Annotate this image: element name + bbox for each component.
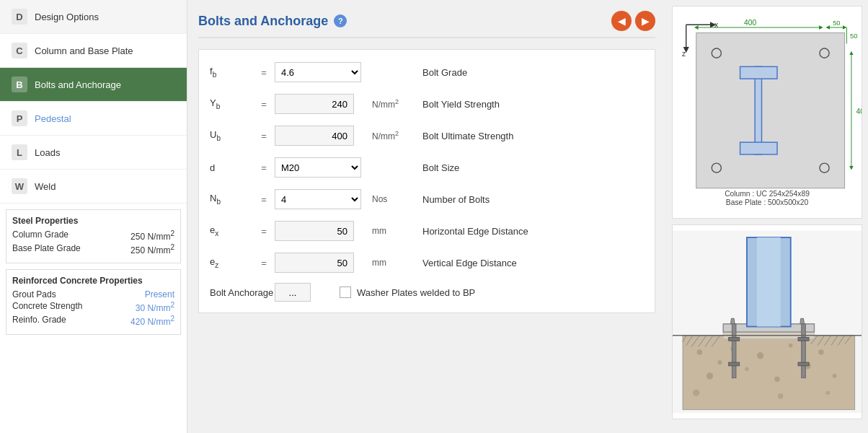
sidebar-item-weld[interactable]: WWeld — [0, 170, 187, 204]
washer-checkbox[interactable] — [340, 287, 351, 298]
ez-input[interactable] — [275, 253, 354, 273]
yb-desc: Bolt Yield Strength — [422, 99, 500, 110]
svg-point-34 — [833, 374, 837, 378]
base-plate-grade-label: Base Plate Grade — [12, 243, 81, 255]
nav-arrows: ◀ ▶ — [611, 11, 655, 31]
sidebar-label-pedestal: Pedestal — [35, 113, 71, 124]
yb-row: Yb = N/mm2 Bolt Yield Strength — [210, 92, 644, 115]
sidebar-item-column-base-plate[interactable]: CColumn and Base Plate — [0, 34, 187, 68]
fb-desc: Bolt Grade — [422, 67, 467, 78]
sidebar-label-bolts-anchorage: Bolts and Anchorage — [35, 79, 121, 90]
svg-text:Base Plate : 500x500x20: Base Plate : 500x500x20 — [726, 198, 809, 206]
fb-select[interactable]: 4.6 5.6 8.8 — [275, 62, 361, 82]
yb-label: Yb — [210, 97, 253, 110]
section-title: Bolts and Anchorage — [198, 14, 328, 29]
grout-pads-value: Present — [145, 289, 174, 299]
svg-rect-48 — [798, 362, 809, 366]
svg-text:400: 400 — [856, 108, 862, 115]
d-row: d = M16 M20 M24 M30 Bolt Size — [210, 156, 644, 179]
svg-point-31 — [789, 344, 793, 348]
section-header: Bolts and Anchorage ? ◀ ▶ — [198, 11, 655, 38]
column-grade-label: Column Grade — [12, 229, 68, 242]
svg-text:50: 50 — [850, 32, 857, 40]
help-icon[interactable]: ? — [334, 14, 347, 27]
concrete-strength-value: 30 N/mm2 — [136, 301, 174, 313]
sidebar-letter-column-base-plate: C — [12, 43, 27, 58]
svg-text:400: 400 — [744, 19, 756, 27]
ub-input[interactable] — [275, 126, 354, 146]
rc-properties-title: Reinforced Concrete Properties — [12, 276, 174, 286]
yb-input[interactable] — [275, 94, 354, 114]
svg-rect-15 — [755, 66, 761, 154]
svg-point-24 — [697, 349, 702, 354]
fb-row: fb = 4.6 5.6 8.8 Bolt Grade — [210, 61, 644, 84]
svg-text:z: z — [682, 50, 686, 58]
svg-rect-10 — [696, 33, 845, 188]
column-grade-value: 250 N/mm2 — [130, 229, 174, 242]
bolt-anchorage-button[interactable]: ... — [275, 283, 311, 302]
svg-rect-42 — [732, 324, 736, 378]
sidebar-item-pedestal[interactable]: PPedestal — [0, 102, 187, 136]
d-label: d — [210, 162, 253, 173]
bottom-diagram — [672, 224, 862, 419]
ex-label: ex — [210, 224, 253, 237]
washer-label: Washer Plates welded to BP — [357, 287, 475, 298]
sidebar-letter-loads: L — [12, 144, 27, 160]
ez-row: ez = mm Vertical Edge Distance — [210, 251, 644, 274]
fb-label: fb — [210, 66, 253, 79]
sidebar-item-bolts-anchorage[interactable]: BBolts and Anchorage — [0, 68, 187, 102]
concrete-strength-label: Concrete Strength — [12, 301, 82, 313]
rc-properties-box: Reinforced Concrete Properties Grout Pad… — [6, 269, 181, 335]
svg-rect-47 — [798, 338, 809, 341]
svg-rect-43 — [729, 338, 740, 341]
steel-properties-box: Steel Properties Column Grade 250 N/mm2 … — [6, 209, 181, 263]
nb-select[interactable]: 4 6 8 — [275, 189, 361, 209]
svg-text:50: 50 — [833, 19, 840, 27]
right-panel: x z — [666, 0, 868, 433]
base-plate-grade-value: 250 N/mm2 — [130, 243, 174, 255]
ub-desc: Bolt Ultimate Strength — [422, 131, 513, 141]
sidebar-letter-bolts-anchorage: B — [12, 76, 27, 92]
svg-marker-49 — [800, 318, 805, 323]
ub-row: Ub = N/mm2 Bolt Ultimate Strength — [210, 124, 644, 147]
sidebar-letter-design-options: D — [12, 9, 27, 25]
grout-pads-label: Grout Pads — [12, 289, 56, 299]
sidebar-label-weld: Weld — [35, 181, 56, 192]
d-select[interactable]: M16 M20 M24 M30 — [275, 157, 361, 178]
svg-text:Column : UC 254x254x89: Column : UC 254x254x89 — [725, 190, 810, 198]
svg-point-29 — [757, 352, 763, 359]
steel-properties-title: Steel Properties — [12, 216, 174, 226]
svg-point-30 — [774, 377, 779, 382]
top-diagram: x z — [672, 6, 862, 219]
sidebar-item-loads[interactable]: LLoads — [0, 136, 187, 170]
sidebar-letter-pedestal: P — [12, 110, 27, 126]
svg-rect-46 — [802, 324, 806, 378]
d-desc: Bolt Size — [422, 162, 459, 173]
sidebar-item-design-options[interactable]: DDesign Options — [0, 0, 187, 34]
svg-rect-16 — [740, 66, 777, 79]
ez-desc: Vertical Edge Distance — [422, 258, 517, 268]
svg-rect-17 — [740, 142, 777, 154]
nb-desc: Number of Bolts — [422, 194, 490, 205]
reinfo-grade-value: 420 N/mm2 — [130, 315, 174, 327]
svg-marker-45 — [730, 318, 735, 323]
form-area: fb = 4.6 5.6 8.8 Bolt Grade Yb = — [198, 49, 655, 313]
prev-arrow[interactable]: ◀ — [611, 11, 632, 31]
svg-rect-41 — [757, 237, 781, 327]
ex-input[interactable] — [275, 221, 354, 241]
elevation-svg — [673, 225, 862, 419]
svg-point-33 — [818, 349, 823, 354]
nb-row: Nb = 4 6 8 Nos Number of Bolts — [210, 188, 644, 211]
svg-point-36 — [778, 393, 783, 398]
svg-rect-44 — [729, 362, 740, 366]
svg-point-28 — [745, 367, 749, 372]
bolt-anchorage-row: Bolt Anchorage ... Washer Plates welded … — [210, 283, 644, 302]
reinfo-grade-label: Reinfo. Grade — [12, 315, 66, 327]
ub-label: Ub — [210, 129, 253, 142]
next-arrow[interactable]: ▶ — [635, 11, 655, 31]
sidebar-letter-weld: W — [12, 178, 27, 194]
sidebar-label-column-base-plate: Column and Base Plate — [35, 45, 133, 56]
ez-label: ez — [210, 256, 253, 269]
svg-rect-23 — [683, 336, 855, 410]
base-plate-svg: x z — [673, 6, 862, 218]
